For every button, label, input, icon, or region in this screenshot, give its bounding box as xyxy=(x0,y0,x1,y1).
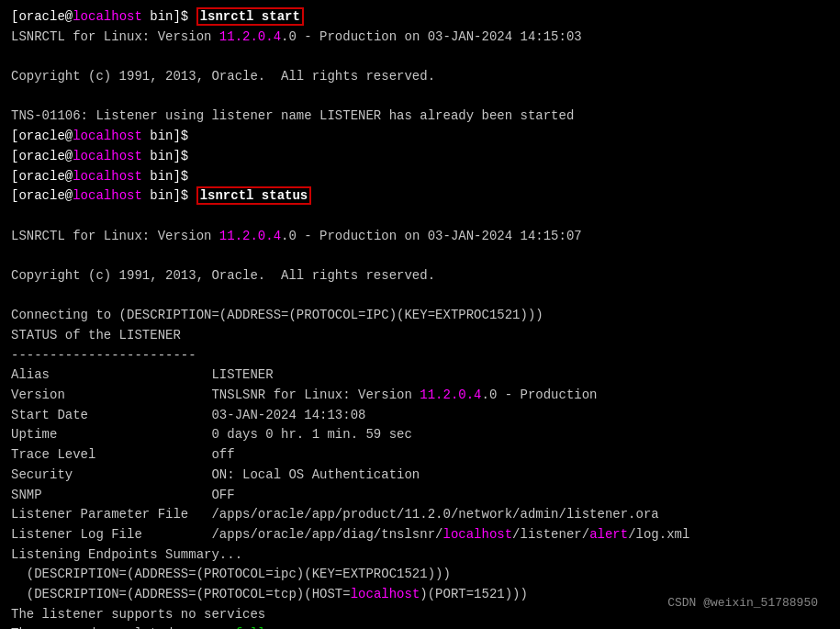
prompt-path-5: bin]$ xyxy=(142,188,196,203)
cmd-lsnrctl-status: lsnrctl status xyxy=(196,186,312,205)
localhost-log: localhost xyxy=(442,527,512,542)
terminal: [oracle@localhost bin]$ lsnrctl start LS… xyxy=(11,7,829,622)
line-security: Security ON: Local OS Authentication xyxy=(11,466,829,486)
line-blank-5 xyxy=(11,286,829,307)
version-2: 11.2.0.4 xyxy=(219,229,281,243)
output-text-2: LSNRCTL for Linux: Version xyxy=(11,229,219,243)
line-endpoint-ipc: (DESCRIPTION=(ADDRESS=(PROTOCOL=ipc)(KEY… xyxy=(11,565,829,585)
line-blank-3 xyxy=(11,207,829,227)
cmd-lsnrctl-start: lsnrctl start xyxy=(196,7,304,26)
output-text: LSNRCTL for Linux: Version xyxy=(11,29,219,44)
line-completed: The command completed successfully xyxy=(11,624,829,629)
hostname-4: localhost xyxy=(73,169,142,184)
prompt-5: [oracle@ xyxy=(11,188,73,203)
prompt-path-2: bin]$ xyxy=(142,129,188,143)
output-text: .0 - Production on 03-JAN-2024 14:15:03 xyxy=(281,29,582,44)
prompt-path-3: bin]$ xyxy=(142,149,188,163)
line-tns-error: TNS-01106: Listener using listener name … xyxy=(11,107,829,127)
line-status-header: STATUS of the LISTENER xyxy=(11,326,829,346)
line-2: LSNRCTL for Linux: Version 11.2.0.4.0 - … xyxy=(11,28,829,48)
hostname-1: localhost xyxy=(73,9,142,24)
line-endpoints-header: Listening Endpoints Summary... xyxy=(11,545,829,566)
version-1: 11.2.0.4 xyxy=(219,29,281,44)
line-lsnrctl-2: LSNRCTL for Linux: Version 11.2.0.4.0 - … xyxy=(11,227,829,247)
line-start-date: Start Date 03-JAN-2024 14:13:08 xyxy=(11,406,829,426)
prompt-path-4: bin]$ xyxy=(142,169,188,184)
line-version: Version TNSLSNR for Linux: Version 11.2.… xyxy=(11,386,829,406)
prompt-bracket: [oracle@ xyxy=(11,169,73,184)
line-separator: ------------------------ xyxy=(11,346,829,366)
prompt-bracket: [oracle@ xyxy=(11,129,73,143)
line-blank-1 xyxy=(11,47,829,67)
alert-log: alert xyxy=(589,527,628,542)
line-copyright-2: Copyright (c) 1991, 2013, Oracle. All ri… xyxy=(11,266,829,286)
prompt-bracket: [oracle@ xyxy=(11,149,73,163)
line-connecting: Connecting to (DESCRIPTION=(ADDRESS=(PRO… xyxy=(11,306,829,326)
hostname-5: localhost xyxy=(73,188,142,203)
line-prompt-only-3: [oracle@localhost bin]$ xyxy=(11,167,829,187)
line-param-file: Listener Parameter File /apps/oracle/app… xyxy=(11,505,829,525)
line-uptime: Uptime 0 days 0 hr. 1 min. 59 sec xyxy=(11,425,829,445)
line-prompt-only-1: [oracle@localhost bin]$ xyxy=(11,127,829,147)
line-copyright-1: Copyright (c) 1991, 2013, Oracle. All ri… xyxy=(11,67,829,87)
line-alias: Alias LISTENER xyxy=(11,365,829,386)
line-blank-2 xyxy=(11,87,829,107)
version-3: 11.2.0.4 xyxy=(420,388,481,402)
line-snmp: SNMP OFF xyxy=(11,486,829,506)
prompt-path-1: bin]$ xyxy=(142,9,196,24)
line-blank-4 xyxy=(11,246,829,266)
line-1: [oracle@localhost bin]$ lsnrctl start xyxy=(11,7,829,28)
prompt-1: [oracle@ xyxy=(11,9,73,24)
line-trace-level: Trace Level off xyxy=(11,445,829,466)
csdn-credit: CSDN @weixin_51788950 xyxy=(667,594,818,612)
line-cmd-status: [oracle@localhost bin]$ lsnrctl status xyxy=(11,186,829,207)
hostname-3: localhost xyxy=(73,149,142,163)
line-log-file: Listener Log File /apps/oracle/app/diag/… xyxy=(11,525,829,545)
output-text-3: .0 - Production on 03-JAN-2024 14:15:07 xyxy=(281,229,582,243)
localhost-tcp: localhost xyxy=(351,587,420,601)
line-prompt-only-2: [oracle@localhost bin]$ xyxy=(11,147,829,167)
hostname-2: localhost xyxy=(73,129,142,143)
